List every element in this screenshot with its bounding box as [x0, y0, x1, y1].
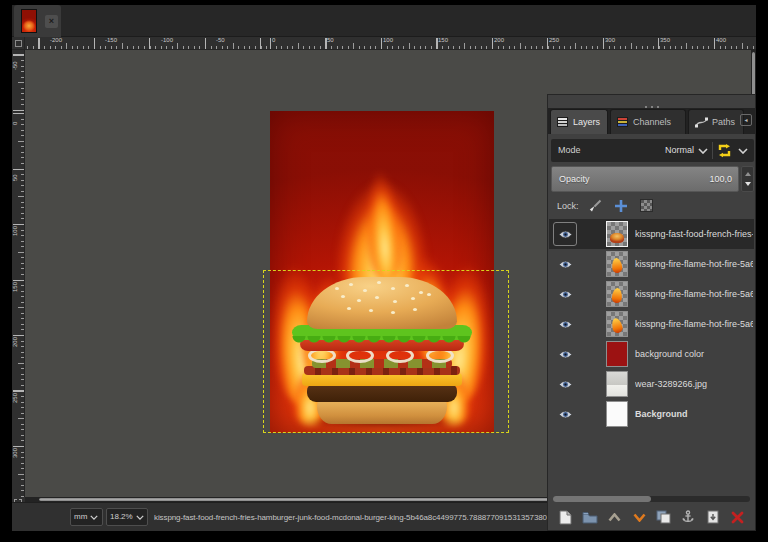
chevron-down-icon[interactable] — [738, 148, 748, 154]
layer-name: kisspng-fire-flame-hot-fire-5a6b — [635, 309, 753, 339]
close-icon[interactable]: × — [45, 15, 58, 28]
ruler-corner — [12, 37, 25, 50]
lock-row: Lock: — [548, 196, 755, 216]
lock-pixels-brush-icon[interactable] — [588, 199, 602, 213]
chevron-down-icon — [136, 515, 144, 520]
merge-layer-button[interactable] — [702, 506, 723, 528]
ruler-label: -50 — [216, 37, 225, 43]
layer-thumbnail[interactable] — [606, 311, 628, 337]
zoom-select[interactable]: 18.2% — [106, 508, 148, 526]
lock-position-move-icon[interactable] — [614, 199, 628, 213]
ruler-label: -200 — [50, 37, 62, 43]
layer-row[interactable]: Background — [549, 399, 754, 429]
new-layer-group-button[interactable] — [580, 506, 601, 528]
ruler-label: 350 — [660, 37, 670, 43]
layers-icon — [557, 117, 569, 128]
switch-mode-group-icon[interactable] — [717, 143, 732, 158]
tab-paths[interactable]: Paths — [688, 109, 744, 134]
layer-name: kisspng-fire-flame-hot-fire-5a6b — [635, 249, 753, 279]
tab-label: Paths — [712, 117, 735, 127]
layer-name: wear-3289266.jpg — [635, 369, 753, 399]
mode-value[interactable]: Normal — [665, 139, 694, 162]
lock-label: Lock: — [557, 196, 579, 216]
layer-name: Background — [635, 399, 753, 429]
ruler-label: -50 — [12, 61, 18, 70]
tab-layers[interactable]: Layers — [550, 109, 608, 134]
visibility-eye-icon[interactable] — [554, 343, 576, 365]
opacity-label: Opacity — [559, 167, 590, 191]
paths-icon — [695, 117, 708, 128]
visibility-eye-icon[interactable] — [554, 373, 576, 395]
visibility-eye-icon[interactable] — [554, 313, 576, 335]
layer-thumbnail[interactable] — [606, 221, 628, 247]
unit-value: mm — [74, 509, 87, 525]
tab-channels[interactable]: Channels — [610, 109, 686, 134]
layer-thumbnail[interactable] — [606, 251, 628, 277]
ruler-label: 300 — [605, 37, 615, 43]
visibility-eye-icon[interactable] — [554, 403, 576, 425]
ruler-corner-icon — [15, 40, 22, 47]
dock-drag-handle[interactable] — [548, 97, 755, 107]
ruler-label: 0 — [12, 122, 18, 125]
layer-name: kisspng-fast-food-french-fries-h — [635, 219, 753, 249]
layer-row[interactable]: kisspng-fast-food-french-fries-h — [549, 219, 754, 249]
tab-label: Channels — [633, 117, 671, 127]
layer-thumbnail[interactable] — [606, 341, 628, 367]
duplicate-layer-button[interactable] — [653, 506, 674, 528]
opacity-slider[interactable]: Opacity 100,0 — [551, 166, 739, 192]
lower-layer-button[interactable] — [629, 506, 650, 528]
image-tab-thumbnail — [21, 9, 37, 33]
canvas-image[interactable] — [270, 111, 494, 433]
ruler-label: -100 — [161, 37, 173, 43]
ruler-label: 150 — [438, 37, 448, 43]
raise-layer-button[interactable] — [604, 506, 625, 528]
unit-select[interactable]: mm — [70, 508, 103, 526]
ruler-label: 100 — [383, 37, 393, 43]
ruler-label: 50 — [12, 174, 18, 181]
ruler-label: 400 — [716, 37, 726, 43]
layer-buttons — [548, 506, 755, 530]
tab-label: Layers — [573, 117, 600, 127]
layer-name: kisspng-fire-flame-hot-fire-5a6b — [635, 279, 753, 309]
layer-row[interactable]: kisspng-fire-flame-hot-fire-5a6b — [549, 279, 754, 309]
ruler-label: 200 — [12, 337, 18, 347]
panel-scrollbar[interactable] — [553, 496, 750, 502]
ruler-label: 200 — [494, 37, 504, 43]
opacity-spinner[interactable] — [741, 166, 754, 192]
visibility-eye-icon[interactable] — [554, 283, 576, 305]
layer-thumbnail[interactable] — [606, 371, 628, 397]
layer-row[interactable]: kisspng-fire-flame-hot-fire-5a6b — [549, 249, 754, 279]
layers-dock: Layers Channels Paths ◂ Mode Normal — [547, 94, 756, 531]
visibility-eye-icon[interactable] — [554, 253, 576, 275]
anchor-layer-button[interactable] — [678, 506, 699, 528]
ruler-label: 250 — [549, 37, 559, 43]
ruler-label: -150 — [105, 37, 117, 43]
layer-thumbnail[interactable] — [606, 281, 628, 307]
layer-thumbnail[interactable] — [606, 401, 628, 427]
ruler-label: 0 — [272, 37, 275, 43]
dock-collapse-button[interactable]: ◂ — [740, 114, 752, 126]
ruler-label: 50 — [327, 37, 334, 43]
delete-layer-button[interactable] — [727, 506, 748, 528]
layer-row[interactable]: kisspng-fire-flame-hot-fire-5a6b — [549, 309, 754, 339]
chevron-down-icon — [90, 515, 98, 520]
visibility-eye-icon[interactable] — [554, 223, 576, 245]
zoom-value: 18.2% — [110, 509, 133, 525]
image-tab[interactable]: × — [14, 5, 61, 37]
burger-graphic — [290, 279, 474, 429]
layer-mode-row: Mode Normal — [551, 139, 754, 162]
layer-row[interactable]: wear-3289266.jpg — [549, 369, 754, 399]
ruler-label: 100 — [12, 226, 18, 236]
layer-row[interactable]: background color — [549, 339, 754, 369]
new-layer-button[interactable] — [555, 506, 576, 528]
opacity-value: 100,0 — [709, 167, 732, 191]
layer-list: kisspng-fast-food-french-fries-h kisspng… — [549, 219, 754, 429]
ruler-label: 250 — [12, 393, 18, 403]
horizontal-ruler: -200 -150 -100 -50 0 50 100 150 200 250 … — [25, 37, 756, 50]
lock-alpha-icon[interactable] — [640, 199, 653, 212]
layer-opacity-row: Opacity 100,0 — [551, 166, 754, 192]
layer-name: background color — [635, 339, 753, 369]
dock-tab-bar: Layers Channels Paths ◂ — [548, 108, 755, 134]
chevron-down-icon[interactable] — [698, 148, 708, 154]
vertical-ruler: -50 0 50 100 150 200 250 300 — [12, 50, 25, 497]
